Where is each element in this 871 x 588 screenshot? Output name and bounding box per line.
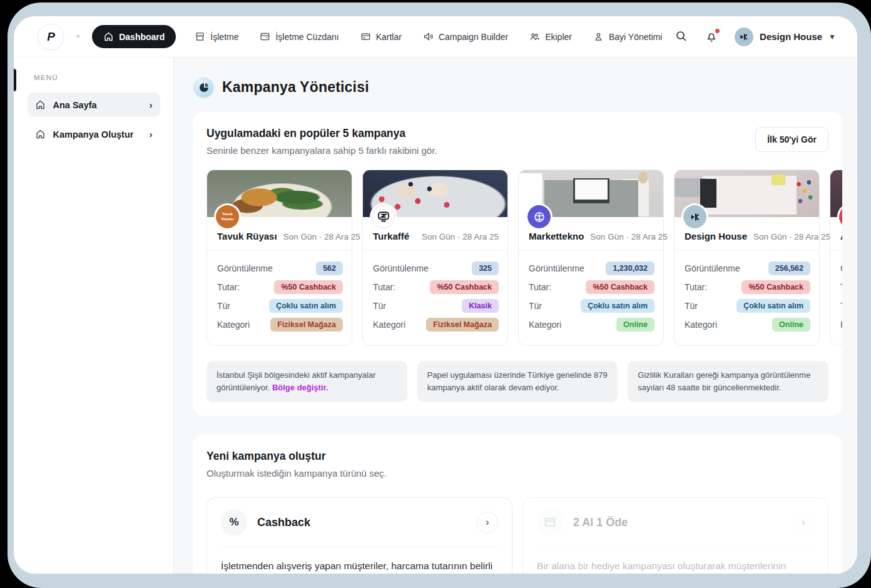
type-badge: Çoklu satın alım [581, 299, 655, 313]
campaign-name: Turkaffé [373, 231, 409, 241]
papel-logo-glyph: P [47, 30, 54, 44]
amount-label: Tutar: [685, 282, 707, 292]
campaign-card[interactable]: TavukRüyası Tavuk Rüyası Son Gün · 28 Ar… [206, 170, 352, 346]
option-description: Bir alana bir hediye kampanyası oluştura… [537, 559, 814, 574]
amount-label: Tutar: [840, 282, 842, 292]
nav-item-kartlar[interactable]: Kartlar [360, 31, 402, 42]
amount-badge: %50 Cashback [741, 280, 810, 294]
user-menu[interactable]: Design House ▼ [735, 28, 836, 46]
chevron-down-icon: ▼ [828, 33, 836, 41]
section-title: Yeni kampanya oluştur [206, 450, 828, 463]
nav-item-dashboard[interactable]: Dashboard [92, 25, 176, 48]
section-subtitle: Seninle benzer kampanyalara sahip 5 fark… [206, 145, 437, 156]
sidebar-item-label: Kampanya Oluştur [53, 129, 142, 139]
nav-item-isletme[interactable]: İşletme [195, 31, 238, 42]
campaign-card[interactable]: Markettekno Son Gün · 28 Ara 25 Görüntül… [518, 170, 664, 346]
page-title: Kampanya Yöneticisi [222, 79, 369, 96]
sidebar-item-kampanya-olustur[interactable]: Kampanya Oluştur › [28, 122, 160, 146]
campaign-stats: Görüntülenme325 Tutar:%50 Cashback TürKl… [363, 250, 507, 345]
see-top-50-button[interactable]: İlk 50'yi Gör [755, 127, 828, 152]
divider [537, 547, 814, 547]
nav-item-campaign-builder[interactable]: Campaign Builder [423, 31, 508, 42]
type-badge: Çoklu satın alım [269, 299, 343, 313]
type-label: Tür [217, 301, 230, 311]
type-label: Tür [685, 301, 698, 311]
category-badge: Online [772, 318, 810, 332]
category-badge: Fiziksel Mağaza [270, 318, 343, 332]
section-subtitle: Oluşturmak istediğin kampanya türünü seç… [206, 468, 828, 479]
campaign-deadline: Son Gün · 28 Ara 25 [422, 232, 499, 241]
arrow-right-icon[interactable]: › [477, 512, 498, 533]
wallet-icon [537, 509, 563, 535]
nav-item-label: Kartlar [376, 32, 402, 42]
views-badge: 562 [316, 261, 343, 275]
user-name: Design House [760, 31, 822, 42]
category-label: Kategori [685, 320, 717, 330]
type-label: Tür [840, 301, 842, 311]
info-notes-row: İstanbul Şişli bölgesindeki aktif kampan… [206, 361, 828, 402]
change-region-link[interactable]: Bölge değiştir. [272, 383, 329, 392]
region-note: İstanbul Şişli bölgesindeki aktif kampan… [206, 361, 407, 402]
primary-nav: İşletme İşletme Cüzdanı Kartlar Campaign… [195, 31, 662, 42]
main-content: Kampanya Yöneticisi Uygulamadaki en popü… [174, 58, 857, 574]
campaign-deadline: Son Gün · 28 Ara 25 [283, 232, 360, 241]
nav-item-ekipler[interactable]: Ekipler [529, 31, 572, 42]
type-badge: Çoklu satın alım [736, 299, 810, 313]
views-badge: 1,230,032 [606, 261, 655, 275]
views-badge: 325 [472, 261, 499, 275]
views-label: Görüntülenme [685, 263, 740, 273]
page-header: Kampanya Yöneticisi [194, 78, 842, 97]
campaign-stats: Görüntülenme Tutar: Tür Kategori [830, 250, 842, 345]
arrow-right-icon[interactable]: › [793, 512, 814, 533]
amount-badge: %50 Cashback [430, 280, 499, 294]
sidebar-section-label: MENÜ [34, 74, 173, 81]
campaign-card[interactable]: A Görüntülenme Tutar: Tür Kategori [830, 170, 842, 346]
divider [221, 547, 498, 547]
papel-logo[interactable]: P [38, 24, 64, 50]
amount-badge: %50 Cashback [274, 280, 343, 294]
nav-item-label: İşletme Cüzdanı [275, 32, 339, 42]
views-label: Görüntülenme [373, 263, 429, 273]
user-avatar [735, 28, 753, 46]
campaign-name: Markettekno [529, 231, 584, 241]
popular-campaigns-panel: Uygulamadaki en popüler 5 kampanya Senin… [193, 112, 842, 416]
views-badge: 256,562 [768, 261, 810, 275]
storefront-icon [195, 31, 205, 42]
percent-icon: % [221, 509, 247, 535]
campaign-name: Design House [685, 231, 747, 241]
amount-badge: %50 Cashback [586, 280, 655, 294]
nav-item-label: Campaign Builder [439, 32, 508, 42]
type-label: Tür [373, 301, 386, 311]
campaign-deadline: Son Gün · 28 Ara 25 [590, 232, 667, 241]
campaign-type-options: % Cashback › İşletmenden alışveriş yapan… [206, 497, 828, 574]
home-icon [35, 99, 46, 110]
tavuk-ruyasi-logo: TavukRüyası [216, 205, 239, 228]
search-icon[interactable] [675, 30, 688, 44]
nav-item-isletme-cuzdani[interactable]: İşletme Cüzdanı [260, 31, 339, 42]
option-cashback[interactable]: % Cashback › İşletmenden alışveriş yapan… [206, 497, 512, 574]
nav-item-label: Ekipler [545, 32, 572, 42]
nav-item-label: Bayi Yönetimi [609, 32, 662, 42]
amount-label: Tutar: [373, 282, 395, 292]
nav-item-bayi-yonetimi[interactable]: Bayi Yönetimi [593, 31, 662, 42]
option-title: Cashback [257, 516, 310, 529]
megaphone-icon [423, 31, 434, 42]
chevron-right-icon: › [150, 129, 153, 139]
category-label: Kategori [373, 320, 405, 330]
person-icon [593, 31, 604, 42]
views-label: Görüntülenme [217, 263, 273, 273]
campaign-card[interactable]: Design House Son Gün · 28 Ara 25 Görüntü… [674, 170, 820, 346]
option-2al1ode[interactable]: 2 Al 1 Öde › Bir alana bir hediye kampan… [522, 497, 828, 574]
create-campaign-panel: Yeni kampanya oluştur Oluşturmak istediğ… [193, 435, 842, 574]
notification-bell-icon[interactable] [705, 30, 718, 44]
category-badge: Fiziksel Mağaza [426, 318, 499, 332]
people-icon [529, 31, 540, 42]
section-title: Uygulamadaki en popüler 5 kampanya [206, 127, 437, 140]
sidebar-item-ana-sayfa[interactable]: Ana Sayfa › [28, 93, 160, 117]
campaign-card[interactable]: Turkaffé Son Gün · 28 Ara 25 Görüntülenm… [362, 170, 508, 346]
campaign-stats: Görüntülenme256,562 Tutar:%50 Cashback T… [675, 250, 819, 345]
chevron-right-icon: › [150, 99, 153, 110]
type-label: Tür [529, 301, 542, 311]
sidebar-item-label: Ana Sayfa [53, 100, 142, 110]
active-campaigns-note: Papel uygulaması üzerinde Türkiye geneli… [417, 361, 618, 402]
